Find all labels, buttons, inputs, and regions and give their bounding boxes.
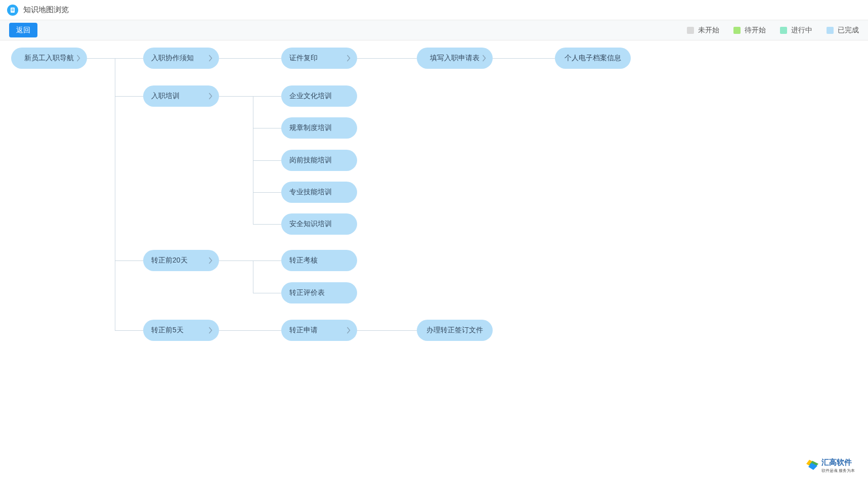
node-label: 转正前20天 (151, 256, 188, 265)
node-safety-training[interactable]: 安全知识培训 (281, 213, 357, 235)
brand-logo: 汇高软件 软件是魂 服务为本 (806, 457, 862, 474)
connector (253, 192, 281, 193)
chevron-right-icon (76, 55, 81, 62)
node-label: 入职协作须知 (151, 54, 194, 63)
knowledge-map-canvas: 新员工入职导航 入职协作须知 入职培训 转正前20天 转正前5天 证件复印 填写… (0, 40, 868, 478)
node-label: 证件复印 (289, 54, 318, 63)
connector (493, 58, 555, 59)
node-label: 专业技能培训 (289, 188, 332, 197)
logo-text: 汇高软件 (821, 458, 852, 466)
connector (253, 260, 253, 293)
back-button[interactable]: 返回 (9, 23, 37, 38)
node-before-regular-5[interactable]: 转正前5天 (143, 320, 219, 341)
connector (115, 96, 143, 97)
node-label: 填写入职申请表 (430, 54, 480, 63)
connector (219, 260, 253, 261)
legend-label: 进行中 (791, 26, 812, 35)
legend-completed: 已完成 (827, 26, 859, 35)
node-label: 新员工入职导航 (24, 54, 74, 63)
connector (253, 128, 281, 128)
node-pro-skill-training[interactable]: 专业技能培训 (281, 182, 357, 203)
legend-in-progress: 进行中 (780, 26, 812, 35)
node-onboarding-notice[interactable]: 入职协作须知 (143, 48, 219, 69)
chevron-right-icon (482, 55, 487, 62)
chevron-right-icon (208, 93, 213, 100)
node-label: 转正申请 (289, 326, 318, 335)
svg-rect-3 (12, 11, 14, 11)
connector (115, 260, 143, 261)
legend-label: 未开始 (698, 26, 719, 35)
header-bar: 知识地图浏览 (0, 0, 868, 20)
connector (253, 96, 281, 97)
toolbar: 返回 未开始 待开始 进行中 已完成 (0, 20, 868, 40)
node-before-regular-20[interactable]: 转正前20天 (143, 250, 219, 271)
node-regular-application[interactable]: 转正申请 (281, 320, 357, 341)
doc-icon (7, 5, 18, 16)
node-label: 个人电子档案信息 (565, 54, 621, 63)
legend-label: 已完成 (838, 26, 859, 35)
swatch-icon (780, 27, 787, 34)
connector (219, 330, 281, 331)
node-signing-docs[interactable]: 办理转正签订文件 (417, 320, 493, 341)
node-prejob-training[interactable]: 岗前技能培训 (281, 150, 357, 171)
connector (253, 224, 281, 225)
svg-rect-2 (12, 10, 14, 10)
chevron-right-icon (208, 55, 213, 62)
node-label: 转正前5天 (151, 326, 184, 335)
node-root[interactable]: 新员工入职导航 (11, 48, 87, 69)
logo-tagline: 软件是魂 服务为本 (821, 468, 855, 473)
node-doc-copy[interactable]: 证件复印 (281, 48, 357, 69)
node-label: 岗前技能培训 (289, 156, 332, 165)
node-regular-assessment[interactable]: 转正考核 (281, 250, 357, 271)
swatch-icon (733, 27, 741, 34)
chevron-right-icon (208, 327, 213, 334)
chevron-right-icon (208, 257, 213, 264)
node-label: 企业文化培训 (289, 92, 332, 101)
status-legend: 未开始 待开始 进行中 已完成 (687, 26, 859, 35)
page-title: 知识地图浏览 (23, 5, 69, 15)
swatch-icon (687, 27, 694, 34)
connector (253, 160, 281, 161)
legend-pending-start: 待开始 (733, 26, 766, 35)
connector (253, 260, 281, 261)
legend-label: 待开始 (745, 26, 766, 35)
node-regular-evaluation[interactable]: 转正评价表 (281, 282, 357, 303)
node-e-profile[interactable]: 个人电子档案信息 (555, 48, 631, 69)
chevron-right-icon (346, 327, 351, 334)
node-label: 转正评价表 (289, 288, 325, 297)
node-culture-training[interactable]: 企业文化培训 (281, 85, 357, 107)
connector (115, 58, 143, 59)
swatch-icon (827, 27, 834, 34)
node-label: 规章制度培训 (289, 123, 332, 133)
node-label: 安全知识培训 (289, 220, 332, 229)
node-label: 入职培训 (151, 92, 180, 101)
node-label: 办理转正签订文件 (426, 326, 483, 335)
connector (357, 58, 417, 59)
node-label: 转正考核 (289, 256, 318, 265)
node-onboarding-training[interactable]: 入职培训 (143, 85, 219, 107)
chevron-right-icon (346, 55, 351, 62)
connector (219, 96, 253, 97)
connector (115, 58, 115, 330)
connector (253, 293, 281, 293)
legend-not-started: 未开始 (687, 26, 719, 35)
connector (87, 58, 115, 59)
connector (219, 58, 281, 59)
connector (357, 330, 417, 331)
node-entry-form[interactable]: 填写入职申请表 (417, 48, 493, 69)
node-rules-training[interactable]: 规章制度培训 (281, 117, 357, 139)
connector (115, 330, 143, 331)
svg-rect-1 (12, 9, 14, 9)
